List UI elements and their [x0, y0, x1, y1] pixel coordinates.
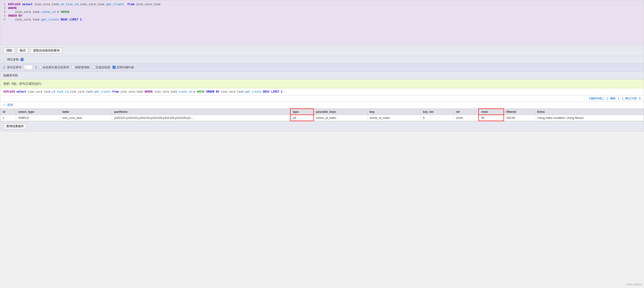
table-header-Extra: Extra [535, 109, 644, 115]
table-cell-id: 1 [0, 115, 16, 121]
edit-links-row: [编辑内嵌] [ 编辑 ] [ 略过分析 S [0, 96, 644, 102]
code-line: 3 zion_core_task.scene_id = 40556 [0, 10, 644, 14]
foreign-key-checkbox[interactable] [112, 66, 116, 69]
main-container: 1EXPLAIN select zion_core_task.uk_task_i… [0, 0, 644, 132]
line-number: 1 [0, 3, 8, 6]
format-button[interactable]: 格式 [17, 48, 28, 54]
table-header-select_type: select_type [16, 109, 60, 115]
line-content: zion_core_task.gmt_create DESC LIMIT 1 [8, 18, 82, 21]
table-cell-key: scene_id_index [367, 115, 421, 121]
table-cell-Extra: Using index condition; Using filesort [535, 115, 644, 121]
rollback-checkbox[interactable] [92, 66, 95, 69]
toolbar: 清除 格式 获取自动保存的查询 [0, 45, 644, 56]
line-content: zion_core_task.scene_id = 40556 [8, 10, 70, 14]
results-table: idselect_typetablepartitionstypepossible… [0, 108, 644, 121]
rollback-label[interactable]: 完成后回滚 [92, 65, 110, 70]
edit-link[interactable]: [ 编辑 ] [606, 97, 619, 100]
clear-button[interactable]: 清除 [3, 48, 15, 54]
bottom-bar: 查询结果操作 [0, 121, 644, 131]
delimiter-row: [ 语句定界符 ] 在此再次显示此查询 保留查询框 完成后回滚 启用外键约束 [0, 63, 644, 72]
code-line: 1EXPLAIN select zion_core_task.uk_task_i… [0, 2, 644, 6]
table-cell-partitions: p202101,p202102,p202103,p202104,p202105,… [112, 115, 290, 121]
edit-inline-link[interactable]: [编辑内嵌] [588, 97, 604, 100]
query-display: EXPLAIN select zion_core_task.uk_task_id… [0, 88, 644, 96]
bind-params-row: 绑定参数 ? [0, 56, 644, 63]
table-header-partitions: partitions [112, 109, 290, 115]
table-cell-select_type: SIMPLE [16, 115, 60, 121]
code-line: 4ORDER BY [0, 14, 644, 18]
line-content: WHERE [8, 6, 17, 10]
line-number: 3 [0, 10, 8, 14]
delimiter-input[interactable] [24, 65, 33, 70]
delimiter-suffix: ] [35, 66, 37, 69]
bind-params-label[interactable]: 绑定参数 [3, 58, 19, 62]
table-header-possible_keys: possible_keys [314, 109, 368, 115]
options-link-row: + 选项 [0, 102, 644, 108]
skip-analysis-link[interactable]: [ 略过分析 S [622, 97, 641, 100]
table-header-row: idselect_typetablepartitionstypepossible… [0, 109, 644, 115]
table-cell-filtered: 100.00 [504, 115, 535, 121]
hide-query-link[interactable]: 隐藏查询框 [0, 72, 644, 80]
delimiter-prefix: [ 语句定界符 [3, 65, 22, 70]
table-cell-table: zion_core_task [60, 115, 112, 121]
line-number: 4 [0, 14, 8, 18]
keep-query-label[interactable]: 保留查询框 [71, 65, 90, 70]
table-cell-type: ref [290, 115, 314, 121]
table-header-key_len: key_len [421, 109, 454, 115]
keep-query-checkbox[interactable] [71, 66, 74, 69]
autosave-button[interactable]: 获取自动保存的查询 [30, 48, 62, 54]
line-content: ORDER BY [8, 14, 22, 18]
table-cell-possible_keys: scene_id_index [314, 115, 368, 121]
code-line: 5 zion_core_task.gmt_create DESC LIMIT 1 [0, 18, 644, 22]
help-icon[interactable]: ? [20, 58, 24, 61]
results-container: idselect_typetablepartitionstypepossible… [0, 108, 644, 121]
table-header-filtered: filtered [504, 109, 535, 115]
line-content: EXPLAIN select zion_core_task.uk_task_id… [8, 3, 161, 6]
table-header-key: key [367, 109, 421, 115]
success-banner: 您的 SQL 语句已成功运行。 [0, 80, 644, 88]
foreign-key-label[interactable]: 启用外键约束 [112, 65, 134, 70]
options-link[interactable]: + 选项 [3, 103, 13, 107]
show-again-label[interactable]: 在此再次显示此查询 [39, 65, 69, 70]
code-editor[interactable]: 1EXPLAIN select zion_core_task.uk_task_i… [0, 0, 644, 45]
table-cell-rows: 95 [478, 115, 504, 121]
table-header-ref: ref [454, 109, 478, 115]
table-row: 1SIMPLEzion_core_taskp202101,p202102,p20… [0, 115, 644, 121]
code-line: 2WHERE [0, 6, 644, 10]
line-number: 5 [0, 18, 8, 21]
table-header-type: type [290, 109, 314, 115]
bind-params-checkbox[interactable] [3, 58, 6, 61]
table-cell-key_len: 5 [421, 115, 454, 121]
query-result-button[interactable]: 查询结果操作 [3, 123, 27, 130]
table-header-rows: rows [478, 109, 504, 115]
table-cell-ref: const [454, 115, 478, 121]
line-number: 2 [0, 6, 8, 10]
table-header-table: table [60, 109, 112, 115]
show-again-checkbox[interactable] [39, 66, 42, 69]
table-header-id: id [0, 109, 16, 115]
